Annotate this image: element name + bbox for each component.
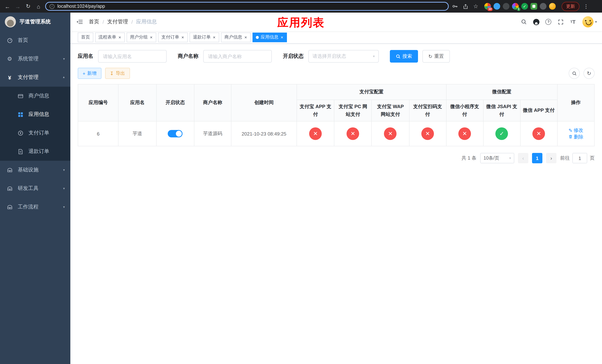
font-size-icon[interactable]: TT (568, 17, 578, 27)
extension-dark-icon[interactable] (503, 3, 509, 10)
tab-home[interactable]: 首页 (78, 32, 93, 42)
add-button[interactable]: + 新增 (78, 68, 101, 79)
tab-user-group[interactable]: 用户分组× (127, 32, 156, 42)
export-button[interactable]: ↧ 导出 (105, 68, 130, 79)
col-status: 开启状态 (156, 84, 194, 121)
breadcrumb-home[interactable]: 首页 (89, 19, 99, 25)
col-app-no: 应用编号 (78, 84, 118, 121)
col-alipay-pc: 支付宝 PC 网站支付 (334, 100, 372, 121)
close-icon[interactable]: × (244, 35, 247, 39)
page-size-select[interactable]: 10条/页 ▾ (480, 153, 514, 163)
sidebar-item-system[interactable]: ⚙ 系统管理 ▾ (0, 50, 70, 68)
close-icon[interactable]: × (280, 35, 284, 39)
sidebar-item-payment[interactable]: ¥ 支付管理 ▾ (0, 68, 70, 87)
tab-app-info[interactable]: 应用信息× (252, 32, 287, 42)
extension-grid-icon[interactable]: 10 (484, 3, 491, 10)
page-1-button[interactable]: 1 (532, 153, 542, 163)
sidebar-item-pay-order[interactable]: 支付订单 (0, 124, 70, 142)
status-disabled-icon: ✕ (421, 128, 434, 140)
fullscreen-icon[interactable] (556, 17, 566, 27)
share-icon[interactable] (462, 2, 469, 10)
github-icon[interactable] (531, 17, 541, 27)
chevron-down-icon: ▾ (63, 168, 65, 172)
col-group-alipay: 支付宝配置 (297, 84, 446, 100)
status-toggle[interactable] (168, 130, 183, 138)
sidebar-item-workflow[interactable]: 工作流程 ▾ (0, 198, 70, 216)
sidebar-fold-icon[interactable] (75, 18, 84, 26)
wallet-icon (16, 93, 24, 99)
edit-link[interactable]: ✎修改 (569, 127, 583, 134)
search-icon[interactable] (519, 17, 529, 27)
col-alipay-wap: 支付宝 WAP 网站支付 (372, 100, 409, 121)
status-select[interactable]: 请选择开启状态 ▾ (308, 50, 379, 63)
extensions-puzzle-icon[interactable] (540, 3, 547, 10)
col-alipay-qr: 支付宝扫码支付 (409, 100, 446, 121)
breadcrumb: 首页 / 支付管理 / 应用信息 (89, 19, 157, 25)
tab-refund-order[interactable]: 退款订单× (190, 32, 219, 42)
chevron-down-icon: ▾ (595, 20, 597, 24)
extension-multicolor-icon[interactable]: 1 (512, 3, 519, 10)
close-icon[interactable]: × (213, 35, 216, 39)
tab-merchant-info[interactable]: 商户信息× (221, 32, 251, 42)
sidebar-item-refund-order[interactable]: 退款订单 (0, 142, 70, 161)
extension-chat-icon[interactable] (531, 3, 537, 10)
browser-update-button[interactable]: 更新 (562, 2, 580, 11)
delete-link[interactable]: 删除 (568, 134, 583, 140)
col-merchant-name: 商户名称 (194, 84, 231, 121)
goto-page-input[interactable] (572, 153, 587, 163)
pagination: 共 1 条 10条/页 ▾ ‹ 1 › 前往 页 (78, 153, 595, 163)
back-button[interactable]: ← (4, 2, 11, 10)
toggle-search-button[interactable] (569, 68, 580, 79)
help-icon[interactable]: ? (544, 17, 553, 27)
merchant-name-input[interactable] (203, 50, 272, 63)
site-info-icon[interactable]: i (50, 4, 54, 9)
close-icon[interactable]: × (181, 35, 184, 39)
app-name-input[interactable] (98, 50, 167, 63)
sidebar-item-merchant-info[interactable]: 商户信息 (0, 87, 70, 105)
extension-check-icon[interactable]: ✓ (521, 3, 528, 10)
bookmark-star-icon[interactable]: ☆ (473, 2, 479, 10)
extensions-tray: 10 1 ✓ (484, 3, 556, 10)
reset-button[interactable]: ↻ 重置 (422, 50, 450, 63)
app-name-label: 应用名 (78, 53, 93, 60)
table-row: 6 芋道 芋道源码 2021-10-23 08:49:25 ✕ ✕ ✕ ✕ ✕ (78, 121, 594, 146)
download-icon: ↧ (110, 71, 114, 76)
tags-view: 首页 流程表单× 用户分组× 支付订单× 退款订单× 商户信息× 应用信息× (70, 31, 602, 44)
close-icon[interactable]: × (118, 35, 121, 39)
sidebar-item-devtools[interactable]: 研发工具 ▾ (0, 179, 70, 198)
home-button[interactable]: ⌂ (35, 2, 42, 10)
browser-menu-button[interactable]: ⋮ (582, 3, 590, 9)
app-logo-row[interactable]: 芋道管理系统 (0, 13, 70, 31)
chevron-down-icon: ▾ (509, 156, 511, 160)
sidebar-item-home[interactable]: 首页 (0, 31, 70, 50)
payment-submenu: 商户信息 应用信息 支付订单 (0, 87, 70, 161)
plus-icon: + (83, 71, 85, 76)
next-page-button[interactable]: › (546, 153, 557, 163)
search-button[interactable]: 搜索 (390, 50, 418, 63)
password-key-icon[interactable] (452, 2, 458, 10)
address-bar[interactable]: i localhost:1024/pay/app (45, 2, 449, 11)
sidebar-item-infra[interactable]: 基础设施 ▾ (0, 161, 70, 179)
dashboard-icon (6, 38, 14, 43)
col-app-name: 应用名 (118, 84, 156, 121)
pencil-icon: ✎ (569, 128, 573, 133)
goto-prefix: 前往 (560, 155, 570, 162)
forward-button[interactable]: → (14, 2, 22, 10)
reload-button[interactable]: ↻ (24, 2, 32, 10)
chevron-down-icon: ▾ (63, 57, 65, 61)
tab-process-form[interactable]: 流程表单× (95, 32, 125, 42)
chevron-down-icon: ▾ (63, 205, 65, 209)
extension-drop-icon[interactable] (494, 3, 500, 10)
refresh-table-button[interactable]: ↻ (583, 68, 595, 79)
breadcrumb-payment[interactable]: 支付管理 (107, 19, 128, 25)
user-menu[interactable]: ▾ (582, 16, 597, 27)
chevron-down-icon: ▾ (63, 187, 65, 190)
extension-face-icon[interactable] (549, 3, 556, 10)
sidebar-item-app-info[interactable]: 应用信息 (0, 105, 70, 124)
trash-icon (568, 134, 573, 140)
close-icon[interactable]: × (150, 35, 153, 39)
status-disabled-icon: ✕ (533, 128, 545, 140)
tab-pay-order[interactable]: 支付订单× (158, 32, 188, 42)
chevron-up-icon: ▾ (63, 75, 65, 79)
prev-page-button[interactable]: ‹ (518, 153, 528, 163)
